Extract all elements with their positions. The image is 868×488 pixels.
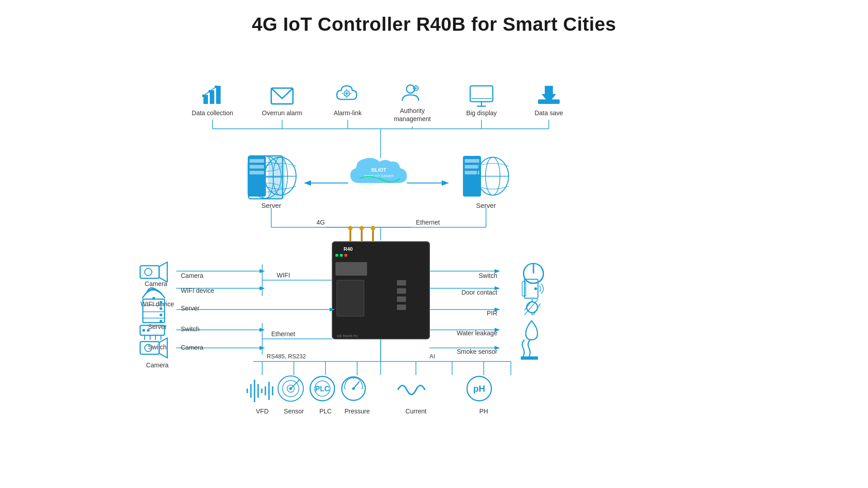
svg-text:PLC: PLC xyxy=(315,385,330,393)
svg-text:Switch: Switch xyxy=(181,325,199,333)
svg-point-139 xyxy=(160,301,162,304)
svg-rect-135 xyxy=(143,299,165,323)
svg-rect-7 xyxy=(271,88,293,104)
svg-text:Camera: Camera xyxy=(145,280,167,287)
svg-point-185 xyxy=(278,376,303,401)
svg-text:pH: pH xyxy=(473,384,486,394)
svg-text:Ethernet: Ethernet xyxy=(271,330,295,338)
svg-text:VFD: VFD xyxy=(256,408,269,415)
svg-text:Pressure: Pressure xyxy=(344,408,370,415)
svg-text:Server: Server xyxy=(261,202,281,209)
svg-text:Data save: Data save xyxy=(534,109,563,117)
svg-rect-160 xyxy=(522,282,526,296)
svg-point-186 xyxy=(283,380,299,397)
svg-point-163 xyxy=(527,302,538,313)
svg-text:Server: Server xyxy=(181,305,200,312)
svg-point-188 xyxy=(289,387,292,390)
svg-point-150 xyxy=(147,329,150,332)
svg-text:Switch: Switch xyxy=(479,272,497,279)
svg-rect-90 xyxy=(344,254,347,257)
svg-rect-65 xyxy=(465,171,479,174)
svg-rect-54 xyxy=(248,156,266,197)
svg-rect-169 xyxy=(521,357,538,360)
svg-text:PLC: PLC xyxy=(319,408,331,415)
svg-point-195 xyxy=(342,377,365,400)
svg-rect-30 xyxy=(538,99,560,104)
svg-rect-1 xyxy=(210,90,214,104)
svg-rect-31 xyxy=(545,86,553,95)
svg-point-4 xyxy=(208,90,211,93)
svg-text:Water leakage: Water leakage xyxy=(457,329,497,337)
svg-marker-32 xyxy=(542,94,556,103)
svg-rect-159 xyxy=(524,279,538,298)
svg-text:CE RoHS FC: CE RoHS FC xyxy=(337,334,359,338)
svg-rect-64 xyxy=(465,165,479,169)
svg-text:Big display: Big display xyxy=(466,109,497,117)
svg-point-131 xyxy=(145,268,152,276)
svg-text:Camera: Camera xyxy=(181,272,203,279)
svg-point-48 xyxy=(257,156,274,198)
svg-text:WIFI: WIFI xyxy=(277,272,290,279)
svg-point-16 xyxy=(406,85,415,93)
page-title: 4G IoT Controller R40B for Smart Cities xyxy=(0,0,868,35)
svg-text:WIFI device: WIFI device xyxy=(181,287,214,294)
svg-point-67 xyxy=(486,157,500,195)
svg-point-9 xyxy=(344,91,349,96)
svg-rect-52 xyxy=(246,163,262,194)
svg-rect-91 xyxy=(397,280,406,286)
svg-point-51 xyxy=(250,183,281,192)
svg-text:Data collection: Data collection xyxy=(192,109,233,117)
svg-text:Smoke sensor: Smoke sensor xyxy=(457,348,498,355)
svg-rect-2 xyxy=(216,86,221,104)
svg-point-161 xyxy=(534,287,537,290)
svg-text:RS485, RS232: RS485, RS232 xyxy=(267,353,306,360)
svg-rect-55 xyxy=(250,159,264,163)
svg-text:MAKE IOT EASIER: MAKE IOT EASIER xyxy=(364,174,394,178)
svg-text:management: management xyxy=(394,115,431,122)
svg-point-66 xyxy=(477,157,509,195)
svg-rect-95 xyxy=(335,262,367,276)
svg-text:R40: R40 xyxy=(344,246,353,252)
svg-text:Switch: Switch xyxy=(148,343,166,351)
svg-point-50 xyxy=(250,162,281,171)
svg-rect-94 xyxy=(397,305,406,310)
svg-rect-57 xyxy=(250,171,264,174)
svg-text:Server: Server xyxy=(148,323,167,330)
svg-point-203 xyxy=(467,376,491,401)
svg-point-196 xyxy=(352,387,355,390)
svg-point-3 xyxy=(202,94,205,97)
svg-point-10 xyxy=(346,93,348,95)
svg-point-84 xyxy=(359,226,364,230)
svg-point-58 xyxy=(264,157,296,195)
svg-text:Ethernet: Ethernet xyxy=(416,219,440,226)
svg-point-156 xyxy=(524,263,543,283)
svg-point-154 xyxy=(145,344,152,352)
svg-point-47 xyxy=(250,156,281,198)
svg-rect-88 xyxy=(335,254,338,257)
svg-text:Camera: Camera xyxy=(181,344,203,351)
svg-rect-96 xyxy=(337,280,364,316)
svg-text:Door contact: Door contact xyxy=(462,289,497,296)
svg-text:Alarm-link: Alarm-link xyxy=(334,109,362,117)
diagram: Data collection Overrun alarm Alarm-link xyxy=(0,41,868,483)
svg-point-191 xyxy=(310,376,335,401)
svg-rect-79 xyxy=(332,242,429,339)
svg-point-59 xyxy=(273,157,288,195)
svg-rect-63 xyxy=(465,159,479,163)
svg-text:AI: AI xyxy=(429,353,435,360)
svg-rect-25 xyxy=(470,86,493,102)
svg-rect-92 xyxy=(397,288,406,294)
svg-text:Camera: Camera xyxy=(146,361,169,369)
svg-point-133 xyxy=(152,297,155,300)
svg-point-187 xyxy=(287,385,294,392)
svg-point-149 xyxy=(142,329,145,332)
svg-point-142 xyxy=(160,320,162,323)
svg-text:4G: 4G xyxy=(316,219,325,226)
svg-text:PIR: PIR xyxy=(487,310,497,317)
svg-rect-152 xyxy=(140,342,159,354)
svg-text:Server: Server xyxy=(476,202,496,209)
svg-rect-62 xyxy=(463,156,481,197)
svg-text:Overrun alarm: Overrun alarm xyxy=(262,109,302,117)
svg-text:WIFI device: WIFI device xyxy=(141,300,174,308)
svg-line-189 xyxy=(291,380,300,389)
